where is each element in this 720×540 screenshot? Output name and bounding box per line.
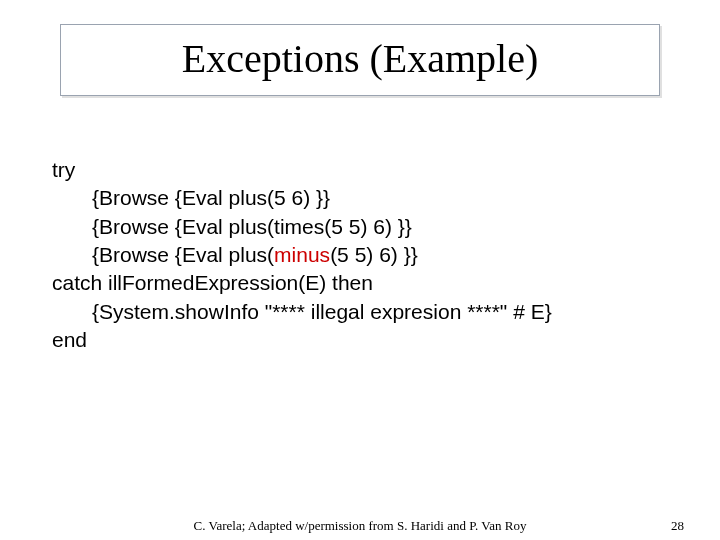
page-number: 28 [671, 518, 684, 534]
slide-title: Exceptions (Example) [182, 36, 539, 81]
kw-then: then [332, 271, 373, 294]
code-block: try {Browse {Eval plus(5 6) }} {Browse {… [52, 156, 668, 354]
code-line: {Browse {Eval plus(minus(5 5) 6) }} [52, 241, 668, 269]
code-line: {System.showInfo "**** illegal expresion… [52, 298, 668, 326]
code-line: end [52, 326, 668, 354]
code-line: {Browse {Eval plus(times(5 5) 6) }} [52, 213, 668, 241]
title-box: Exceptions (Example) [60, 24, 660, 96]
code-line: {Browse {Eval plus(5 6) }} [52, 184, 668, 212]
kw-catch: catch [52, 271, 102, 294]
code-line: try [52, 156, 668, 184]
footer-credit: C. Varela; Adapted w/permission from S. … [0, 518, 720, 534]
slide: Exceptions (Example) try {Browse {Eval p… [0, 0, 720, 540]
kw-end: end [52, 328, 87, 351]
kw-try: try [52, 158, 75, 181]
code-line: catch illFormedExpression(E) then [52, 269, 668, 297]
highlight-minus: minus [274, 243, 330, 266]
